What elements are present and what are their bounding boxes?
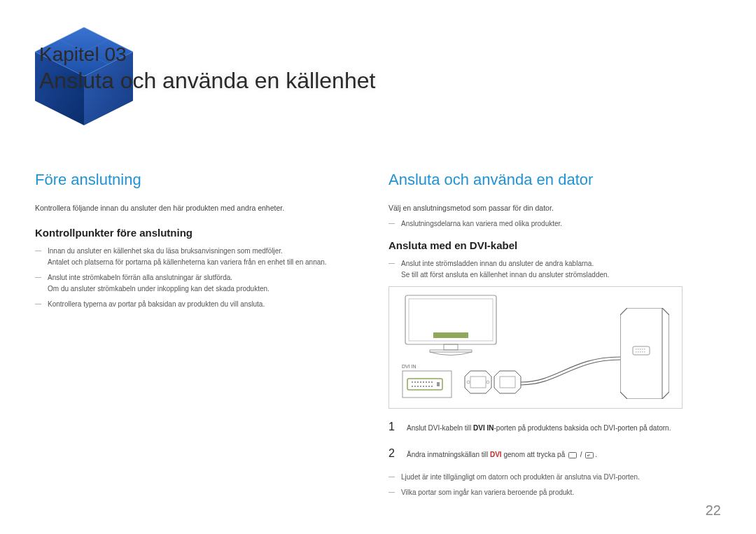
dvi-port-detail: DVI IN xyxy=(402,364,465,401)
step-text: Anslut DVI-kabeln till DVI IN-porten på … xyxy=(407,423,671,433)
svg-rect-25 xyxy=(423,386,424,387)
svg-rect-19 xyxy=(428,381,430,383)
item-main: Innan du ansluter en källenhet ska du lä… xyxy=(48,247,283,255)
connect-pc-intro: Välj en anslutningsmetod som passar för … xyxy=(388,203,721,214)
step-item: 2 Ändra inmatningskällan till DVI genom … xyxy=(388,445,721,462)
dvi-heading: Ansluta med en DVI-kabel xyxy=(388,239,721,251)
svg-rect-18 xyxy=(426,381,427,383)
before-connect-intro: Kontrollera följande innan du ansluter d… xyxy=(35,203,368,214)
step-item: 1 Anslut DVI-kabeln till DVI IN-porten p… xyxy=(388,419,721,435)
step-number: 1 xyxy=(388,419,397,435)
content-columns: Före anslutning Kontrollera följande inn… xyxy=(35,171,721,503)
list-item: Anslut inte strömkabeln förrän alla ansl… xyxy=(35,272,368,295)
steps-list: 1 Anslut DVI-kabeln till DVI IN-porten p… xyxy=(388,419,721,462)
right-column: Ansluta och använda en dator Välj en ans… xyxy=(388,171,721,503)
svg-rect-38 xyxy=(638,349,639,350)
checkpoints-heading: Kontrollpunkter före anslutning xyxy=(35,227,368,239)
svg-rect-21 xyxy=(412,386,413,387)
svg-rect-8 xyxy=(433,332,468,338)
svg-rect-15 xyxy=(417,381,419,383)
svg-rect-9 xyxy=(444,344,458,350)
svg-rect-17 xyxy=(423,381,424,383)
manual-page: Kapitel 03 Ansluta och använda en källen… xyxy=(0,0,756,534)
svg-rect-46 xyxy=(644,351,645,353)
list-item: Vilka portar som ingår kan variera beroe… xyxy=(388,487,721,498)
item-main: Anslut inte strömkabeln förrän alla ansl… xyxy=(48,274,232,281)
svg-rect-37 xyxy=(636,349,637,350)
svg-rect-10 xyxy=(430,350,472,352)
svg-rect-22 xyxy=(414,386,416,387)
item-main: Kontrollera typerna av portar på baksida… xyxy=(48,300,265,308)
item-sub: Se till att först ansluta en källenhet i… xyxy=(401,269,721,281)
svg-rect-16 xyxy=(420,381,421,383)
step-text: Ändra inmatningskällan till DVI genom at… xyxy=(407,449,597,460)
connect-note-list: Anslutningsdelarna kan variera med olika… xyxy=(388,218,721,230)
svg-rect-42 xyxy=(636,351,637,353)
svg-rect-30 xyxy=(470,377,486,388)
svg-rect-39 xyxy=(640,349,641,350)
page-number: 22 xyxy=(706,503,721,519)
svg-rect-27 xyxy=(428,386,430,387)
svg-point-31 xyxy=(467,381,470,384)
svg-rect-28 xyxy=(431,386,433,387)
chapter-title-block: Kapitel 03 Ansluta och använda en källen… xyxy=(39,42,375,94)
svg-rect-41 xyxy=(644,349,645,350)
svg-rect-40 xyxy=(642,349,643,350)
step-number: 2 xyxy=(388,445,397,462)
svg-rect-47 xyxy=(569,452,577,458)
before-connect-heading: Före anslutning xyxy=(35,171,368,189)
item-main: Anslut inte strömsladden innan du anslut… xyxy=(401,260,594,267)
list-item: Kontrollera typerna av portar på baksida… xyxy=(35,299,368,310)
svg-rect-45 xyxy=(642,351,643,353)
item-main: Anslutningsdelarna kan variera med olika… xyxy=(401,220,562,227)
svg-rect-33 xyxy=(500,377,515,388)
source-button-icon xyxy=(568,452,577,458)
svg-rect-29 xyxy=(437,382,440,386)
checkpoints-list: Innan du ansluter en källenhet ska du lä… xyxy=(35,246,368,310)
item-sub: Om du ansluter strömkabeln under inkoppl… xyxy=(48,283,368,295)
monitor-icon xyxy=(402,294,500,360)
svg-rect-11 xyxy=(402,371,451,398)
return-button-icon xyxy=(585,452,594,458)
dvi-port-label: DVI IN xyxy=(402,364,465,369)
svg-rect-13 xyxy=(412,381,413,383)
svg-rect-14 xyxy=(414,381,416,383)
left-column: Före anslutning Kontrollera följande inn… xyxy=(35,171,368,503)
item-sub: Antalet och platserna för portarna på kä… xyxy=(48,257,368,268)
chapter-title: Ansluta och använda en källenhet xyxy=(39,67,375,94)
list-item: Anslutningsdelarna kan variera med olika… xyxy=(388,218,721,230)
svg-rect-20 xyxy=(431,381,433,383)
svg-rect-24 xyxy=(420,386,421,387)
computer-icon xyxy=(620,308,669,399)
chapter-label: Kapitel 03 xyxy=(39,42,375,67)
list-item: Ljudet är inte tillgängligt om datorn oc… xyxy=(388,472,721,483)
chapter-header: Kapitel 03 Ansluta och använda en källen… xyxy=(35,24,721,136)
footnotes-list: Ljudet är inte tillgängligt om datorn oc… xyxy=(388,472,721,498)
svg-rect-23 xyxy=(417,386,419,387)
svg-rect-43 xyxy=(638,351,639,353)
list-item: Innan du ansluter en källenhet ska du lä… xyxy=(35,246,368,268)
svg-rect-44 xyxy=(640,351,641,353)
svg-rect-26 xyxy=(426,386,427,387)
dvi-pre-list: Anslut inte strömsladden innan du anslut… xyxy=(388,258,721,281)
svg-point-32 xyxy=(486,381,489,384)
connection-diagram: DVI IN xyxy=(388,286,682,409)
connect-pc-heading: Ansluta och använda en dator xyxy=(388,171,721,189)
list-item: Anslut inte strömsladden innan du anslut… xyxy=(388,258,721,281)
